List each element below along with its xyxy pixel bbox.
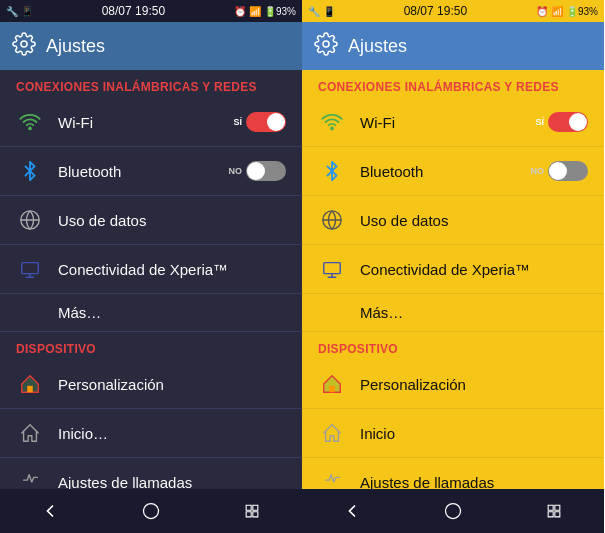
- inicio-icon: [16, 419, 44, 447]
- setting-item-wifi[interactable]: Wi-FiSÍ: [302, 98, 604, 147]
- svg-rect-2: [22, 263, 39, 274]
- setting-label: Inicio…: [58, 425, 286, 442]
- status-bar: 🔧 📱 08/07 19:50 ⏰ 📶 🔋93%: [302, 0, 604, 22]
- status-time: 08/07 19:50: [404, 4, 467, 18]
- toggle-off-label: NO: [229, 166, 243, 176]
- setting-item-bluetooth[interactable]: BluetoothNO: [302, 147, 604, 196]
- setting-item-connectivity[interactable]: Conectividad de Xperia™: [0, 245, 302, 294]
- toggle-switch[interactable]: [246, 112, 286, 132]
- toggle-knob: [247, 162, 265, 180]
- svg-point-11: [330, 127, 334, 131]
- setting-item-llamadas[interactable]: Ajustes de llamadas: [302, 458, 604, 489]
- section-header-1: DISPOSITIVO: [0, 332, 302, 360]
- setting-label: Uso de datos: [360, 212, 588, 229]
- phone-panel-light: 🔧 📱 08/07 19:50 ⏰ 📶 🔋93% Ajustes CONEXIO…: [302, 0, 604, 533]
- nav-home-button[interactable]: [141, 501, 161, 521]
- data-icon: [16, 206, 44, 234]
- toggle-wrap[interactable]: SÍ: [233, 112, 286, 132]
- wifi-icon: [16, 108, 44, 136]
- setting-label: Personalización: [360, 376, 588, 393]
- setting-label: Personalización: [58, 376, 286, 393]
- toggle-on-label: SÍ: [233, 117, 242, 127]
- connectivity-icon: [318, 255, 346, 283]
- toggle-switch[interactable]: [548, 161, 588, 181]
- setting-item-inicio[interactable]: Inicio…: [0, 409, 302, 458]
- toggle-wrap[interactable]: SÍ: [535, 112, 588, 132]
- personalización-icon: [318, 370, 346, 398]
- settings-content: CONEXIONES INALÁMBRICAS Y REDES Wi-FiSÍ …: [0, 70, 302, 489]
- setting-item-wifi[interactable]: Wi-FiSÍ: [0, 98, 302, 147]
- setting-item-personalización[interactable]: Personalización: [302, 360, 604, 409]
- notification-icons: 🔧 📱: [6, 6, 33, 17]
- setting-label: Wi-Fi: [360, 114, 521, 131]
- toggle-on-label: SÍ: [535, 117, 544, 127]
- svg-rect-13: [324, 263, 341, 274]
- toggle-switch[interactable]: [246, 161, 286, 181]
- toggle-off-label: NO: [531, 166, 545, 176]
- toggle-wrap[interactable]: NO: [531, 161, 589, 181]
- notification-icons: 🔧 📱: [308, 6, 335, 17]
- nav-home-button[interactable]: [443, 501, 463, 521]
- bluetooth-icon: [318, 157, 346, 185]
- nav-back-button[interactable]: [40, 501, 60, 521]
- settings-icon: [12, 32, 36, 60]
- nav-recent-button[interactable]: [544, 501, 564, 521]
- setting-item-connectivity[interactable]: Conectividad de Xperia™: [302, 245, 604, 294]
- alarm-icon: ⏰: [234, 6, 246, 17]
- settings-content: CONEXIONES INALÁMBRICAS Y REDES Wi-FiSÍ …: [302, 70, 604, 489]
- app-bar-title: Ajustes: [46, 36, 105, 57]
- status-time: 08/07 19:50: [102, 4, 165, 18]
- nav-bar: [0, 489, 302, 533]
- svg-point-21: [445, 504, 460, 519]
- setting-item-personalización[interactable]: Personalización: [0, 360, 302, 409]
- wifi-icon: [318, 108, 346, 136]
- setting-label: Uso de datos: [58, 212, 286, 229]
- llamadas-icon: [16, 468, 44, 489]
- svg-rect-3: [27, 386, 33, 392]
- llamadas-icon: [318, 468, 346, 489]
- toggle-wrap[interactable]: NO: [229, 161, 287, 181]
- toggle-knob: [549, 162, 567, 180]
- svg-point-0: [28, 127, 32, 131]
- inicio-icon: [318, 419, 346, 447]
- alarm-icon: ⏰: [536, 6, 548, 17]
- signal-icon: 📶: [551, 6, 563, 17]
- personalización-icon: [16, 370, 44, 398]
- signal-icon: 📶: [249, 6, 261, 17]
- svg-point-10: [143, 504, 158, 519]
- phone-panel-dark: 🔧 📱 08/07 19:50 ⏰ 📶 🔋93% Ajustes CONEXIO…: [0, 0, 302, 533]
- mas-item[interactable]: Más…: [0, 294, 302, 332]
- setting-label: Ajustes de llamadas: [58, 474, 286, 490]
- nav-bar: [302, 489, 604, 533]
- mas-item[interactable]: Más…: [302, 294, 604, 332]
- nav-back-button[interactable]: [342, 501, 362, 521]
- section-header-1: DISPOSITIVO: [302, 332, 604, 360]
- section-header-0: CONEXIONES INALÁMBRICAS Y REDES: [302, 70, 604, 98]
- setting-label: Conectividad de Xperia™: [360, 261, 588, 278]
- bluetooth-icon: [16, 157, 44, 185]
- setting-item-llamadas[interactable]: Ajustes de llamadas: [0, 458, 302, 489]
- setting-item-inicio[interactable]: Inicio: [302, 409, 604, 458]
- setting-label: Inicio: [360, 425, 588, 442]
- toggle-switch[interactable]: [548, 112, 588, 132]
- connectivity-icon: [16, 255, 44, 283]
- setting-item-bluetooth[interactable]: BluetoothNO: [0, 147, 302, 196]
- setting-item-data[interactable]: Uso de datos: [0, 196, 302, 245]
- setting-item-data[interactable]: Uso de datos: [302, 196, 604, 245]
- settings-icon: [314, 32, 338, 60]
- svg-rect-14: [329, 386, 335, 392]
- toggle-knob: [267, 113, 285, 131]
- nav-recent-button[interactable]: [242, 501, 262, 521]
- status-bar: 🔧 📱 08/07 19:50 ⏰ 📶 🔋93%: [0, 0, 302, 22]
- toggle-knob: [569, 113, 587, 131]
- app-bar: Ajustes: [0, 22, 302, 70]
- setting-label: Bluetooth: [58, 163, 215, 180]
- setting-label: Conectividad de Xperia™: [58, 261, 286, 278]
- setting-label: Wi-Fi: [58, 114, 219, 131]
- app-bar-title: Ajustes: [348, 36, 407, 57]
- battery-icon: 🔋93%: [566, 6, 598, 17]
- data-icon: [318, 206, 346, 234]
- section-header-0: CONEXIONES INALÁMBRICAS Y REDES: [0, 70, 302, 98]
- setting-label: Ajustes de llamadas: [360, 474, 588, 490]
- battery-icon: 🔋93%: [264, 6, 296, 17]
